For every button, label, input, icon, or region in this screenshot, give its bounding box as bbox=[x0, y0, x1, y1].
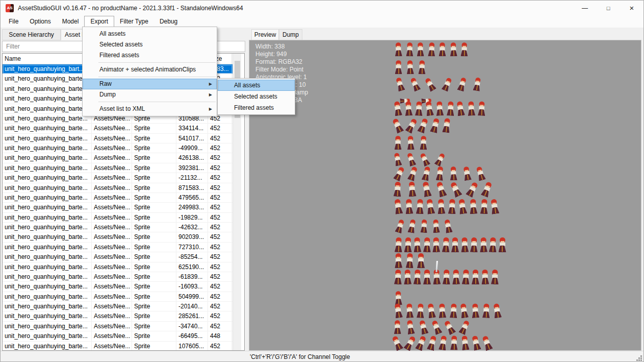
raw-submenu: All assetsSelected assetsFiltered assets bbox=[217, 78, 295, 115]
character-sprite bbox=[394, 270, 403, 285]
cell-type: Sprite bbox=[132, 143, 176, 153]
menu-item-selected-assets[interactable]: Selected assets bbox=[83, 39, 217, 50]
menu-item-filtered-assets[interactable]: Filtered assets bbox=[218, 102, 295, 113]
table-row[interactable]: unit_hero_quanhuying_barte...Assets/Nee.… bbox=[3, 311, 233, 321]
character-sprite bbox=[432, 219, 441, 233]
menubar-item-export[interactable]: Export bbox=[84, 16, 114, 28]
table-row[interactable]: unit_hero_quanhuying_barte...Assets/Nee.… bbox=[3, 232, 233, 242]
table-row[interactable]: unit_hero_quanhuying_barte...Assets/Nee.… bbox=[3, 124, 233, 133]
cell-container: Assets/Nee... bbox=[92, 193, 132, 202]
cell-name: unit_hero_quanhuying_barte... bbox=[3, 292, 92, 301]
character-sprite bbox=[465, 181, 480, 198]
tab-dump[interactable]: Dump bbox=[279, 29, 302, 40]
cell-name: unit_hero_quanhuying_barte... bbox=[3, 232, 92, 242]
table-row[interactable]: unit_hero_quanhuying_barte...Assets/Nee.… bbox=[3, 134, 233, 143]
sprite-stripe bbox=[453, 51, 454, 56]
character-sprite bbox=[441, 77, 453, 92]
cell-size: 452 bbox=[208, 272, 232, 281]
sprite-stripe bbox=[475, 278, 476, 284]
character-sprite bbox=[404, 117, 419, 134]
menubar-item-filter-type[interactable]: Filter Type bbox=[114, 16, 154, 28]
maximize-button[interactable]: □ bbox=[597, 1, 620, 16]
menubar-item-file[interactable]: File bbox=[3, 16, 24, 28]
cell-container: Assets/Nee... bbox=[92, 173, 132, 182]
sprite-stripe bbox=[423, 144, 424, 149]
table-row[interactable]: unit_hero_quanhuying_barte...Assets/Nee.… bbox=[3, 223, 233, 232]
menu-item-animator-selected-animationclips[interactable]: Animator + selected AnimationClips bbox=[83, 64, 217, 75]
table-row[interactable]: unit_hero_quanhuying_barte...Assets/Nee.… bbox=[3, 302, 233, 311]
sprite-stripe bbox=[492, 246, 493, 252]
table-row[interactable]: unit_hero_quanhuying_barte...Assets/Nee.… bbox=[3, 193, 233, 203]
cell-size: 452 bbox=[208, 193, 232, 202]
submenu-arrow-icon: ▶ bbox=[209, 79, 212, 89]
menu-item-all-assets[interactable]: All assets bbox=[83, 29, 217, 39]
table-row[interactable]: unit_hero_quanhuying_barte...Assets/Nee.… bbox=[3, 173, 233, 183]
cell-container: Assets/Nee... bbox=[92, 163, 132, 173]
menubar-item-options[interactable]: Options bbox=[24, 16, 56, 28]
cell-name: unit_hero_quanhuying_barte... bbox=[3, 252, 92, 261]
character-sprite bbox=[415, 101, 423, 116]
menu-item-filtered-assets[interactable]: Filtered assets bbox=[83, 50, 217, 61]
character-sprite bbox=[460, 237, 469, 253]
table-row[interactable]: unit_hero_quanhuying_barte...Assets/Nee.… bbox=[3, 243, 233, 252]
table-row[interactable]: unit_hero_quanhuying_barte...Assets/Nee.… bbox=[3, 203, 233, 212]
cell-pathid: -20140... bbox=[176, 302, 208, 311]
table-row[interactable]: unit_hero_quanhuying_barte...Assets/Nee.… bbox=[3, 252, 233, 262]
sprite-stripe bbox=[485, 312, 486, 318]
character-sprite bbox=[419, 152, 431, 167]
resize-grip-icon[interactable] bbox=[640, 359, 642, 361]
cell-name: unit_hero_quanhuying_barte... bbox=[3, 134, 92, 143]
cell-container: Assets/Nee... bbox=[92, 223, 132, 232]
table-row[interactable]: unit_hero_quanhuying_barte...Assets/Nee.… bbox=[3, 183, 233, 193]
cell-container: Assets/Nee... bbox=[92, 183, 132, 192]
table-row[interactable]: unit_hero_quanhuying_barte...Assets/Nee.… bbox=[3, 213, 233, 223]
cell-name: unit_hero_quanhuying_barte... bbox=[3, 203, 92, 212]
character-sprite bbox=[406, 136, 415, 151]
character-sprite bbox=[416, 303, 425, 319]
character-sprite bbox=[427, 42, 436, 57]
table-row[interactable]: unit_hero_quanhuying_barte...Assets/Nee.… bbox=[3, 342, 233, 351]
cell-name: unit_hero_quanhuying_barte... bbox=[3, 193, 92, 202]
menu-item-all-assets[interactable]: All assets bbox=[218, 80, 295, 91]
menubar-item-model[interactable]: Model bbox=[57, 16, 85, 28]
cell-size: 452 bbox=[208, 213, 232, 222]
table-row[interactable]: unit_hero_quanhuying_barte...Assets/Nee.… bbox=[3, 153, 233, 163]
sprite-stripe bbox=[418, 110, 419, 115]
cell-container: Assets/Nee... bbox=[92, 153, 132, 162]
cell-name: unit_hero_quanhuying_barte... bbox=[3, 331, 92, 341]
table-row[interactable]: unit_hero_quanhuying_barte...Assets/Nee.… bbox=[3, 282, 233, 292]
sprite-stripe bbox=[502, 246, 503, 252]
menu-item-raw[interactable]: Raw▶ bbox=[83, 79, 217, 89]
table-row[interactable]: unit_hero_quanhuying_barte...Assets/Nee.… bbox=[3, 272, 233, 282]
close-button[interactable]: × bbox=[620, 1, 643, 16]
column-header-name[interactable]: Name bbox=[3, 54, 92, 64]
menubar-item-debug[interactable]: Debug bbox=[154, 16, 183, 28]
app-icon: AS bbox=[6, 4, 14, 12]
character-sprite bbox=[417, 117, 430, 134]
tab-preview[interactable]: Preview bbox=[251, 29, 279, 40]
sprite-stripe bbox=[398, 262, 399, 268]
menu-item-selected-assets[interactable]: Selected assets bbox=[218, 91, 295, 102]
table-row[interactable]: unit_hero_quanhuying_barte...Assets/Nee.… bbox=[3, 163, 233, 173]
character-sprite bbox=[480, 270, 490, 285]
menu-item-asset-list-to-xml[interactable]: Asset list to XML▶ bbox=[83, 104, 217, 114]
sprite-stripe bbox=[446, 278, 447, 284]
minimize-button[interactable]: — bbox=[573, 1, 597, 16]
sprite-stripe bbox=[453, 312, 454, 318]
character-sprite bbox=[426, 303, 436, 319]
menu-item-dump[interactable]: Dump▶ bbox=[83, 89, 217, 100]
table-row[interactable]: unit_hero_quanhuying_barte...Assets/Nee.… bbox=[3, 322, 233, 331]
character-sprite bbox=[405, 303, 414, 319]
cell-name: unit_hero_quanhuying_barte... bbox=[3, 223, 92, 232]
table-row[interactable]: unit_hero_quanhuying_barte...Assets/Nee.… bbox=[3, 331, 233, 341]
character-sprite bbox=[394, 253, 403, 269]
table-row[interactable]: unit_hero_quanhuying_barte...Assets/Nee.… bbox=[3, 262, 233, 272]
character-sprite bbox=[432, 270, 441, 285]
cell-name: unit_hero_quanhuying_barte... bbox=[3, 74, 92, 83]
table-row[interactable]: unit_hero_quanhuying_barte...Assets/Nee.… bbox=[3, 292, 233, 302]
cell-name: unit_hero_quanhuying_barte... bbox=[3, 282, 92, 291]
sprite-stripe bbox=[398, 51, 399, 56]
tab-scene-hierarchy[interactable]: Scene Hierarchy bbox=[2, 29, 61, 40]
table-row[interactable]: unit_hero_quanhuying_barte...Assets/Nee.… bbox=[3, 143, 233, 153]
cell-pathid: 249983... bbox=[176, 203, 208, 212]
